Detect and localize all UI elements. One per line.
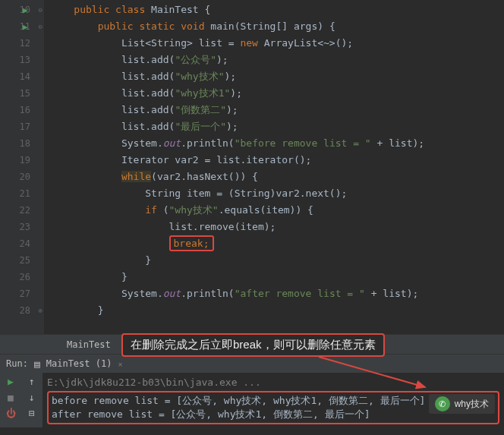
gutter-line[interactable]: 24 bbox=[0, 235, 44, 252]
code-line: } bbox=[50, 302, 504, 319]
gutter-line[interactable]: 27 bbox=[0, 285, 44, 302]
code-line: List<String> list = new ArrayList<~>(); bbox=[50, 35, 504, 52]
code-line: list.add("why技术"); bbox=[50, 68, 504, 85]
layout-icon[interactable]: ⊟ bbox=[29, 408, 35, 419]
close-icon[interactable]: ✕ bbox=[118, 360, 122, 368]
gutter-line[interactable]: 26 bbox=[0, 269, 44, 285]
run-label: Run: bbox=[6, 358, 28, 369]
code-line: list.add("why技术1"); bbox=[50, 85, 504, 102]
gutter-line[interactable]: 18 bbox=[0, 135, 44, 152]
stop-icon[interactable]: ■ bbox=[8, 392, 14, 403]
exit-icon[interactable]: ⏻ bbox=[6, 408, 16, 419]
code-line: list.add("公众号"); bbox=[50, 52, 504, 68]
code-editor: 10▶⊖11▶⊖12131415161718192021222324252627… bbox=[0, 0, 504, 334]
fold-icon[interactable]: ⊖ bbox=[39, 6, 43, 14]
gutter-line[interactable]: 14 bbox=[0, 68, 44, 85]
run-panel: Run: ▤ MainTest (1) ✕ ▶ ■ ⏻ ↑ ↓ ⊟ E:\jdk… bbox=[0, 354, 504, 427]
tab-maintest[interactable]: MainTest bbox=[59, 336, 118, 353]
gutter-line[interactable]: 13 bbox=[0, 52, 44, 68]
fold-icon[interactable]: ⊕ bbox=[39, 307, 43, 314]
gutter-line[interactable]: 28⊕ bbox=[0, 302, 44, 319]
code-line: list.add("最后一个"); bbox=[50, 118, 504, 135]
gutter-line[interactable]: 23 bbox=[0, 219, 44, 235]
editor-tabs: MainTest 在删除完成之后立即break，则可以删除任意元素 bbox=[0, 334, 504, 354]
code-line: break; bbox=[50, 235, 504, 252]
gutter-line[interactable]: 10▶⊖ bbox=[0, 2, 44, 18]
gutter: 10▶⊖11▶⊖12131415161718192021222324252627… bbox=[0, 0, 44, 334]
code-area[interactable]: public class MainTest { public static vo… bbox=[44, 0, 504, 334]
run-config-name[interactable]: MainTest (1) bbox=[46, 358, 112, 369]
wechat-icon: ✆ bbox=[435, 396, 450, 411]
code-line: System.out.println("before remove list =… bbox=[50, 135, 504, 152]
gutter-line[interactable]: 17 bbox=[0, 118, 44, 135]
code-line: public static void main(String[] args) { bbox=[50, 18, 504, 35]
fold-icon[interactable]: ⊖ bbox=[39, 23, 43, 30]
run-icon[interactable]: ▶ bbox=[8, 376, 14, 387]
code-line: list.add("倒数第二"); bbox=[50, 102, 504, 118]
gutter-run-icon[interactable]: ▶ bbox=[23, 22, 28, 32]
gutter-line[interactable]: 21 bbox=[0, 185, 44, 202]
gutter-line[interactable]: 12 bbox=[0, 35, 44, 52]
watermark: ✆ why技术 bbox=[429, 394, 495, 414]
code-line: } bbox=[50, 269, 504, 285]
code-line: while(var2.hasNext()) { bbox=[50, 169, 504, 185]
run-config-icon[interactable]: ▤ bbox=[34, 358, 40, 370]
gutter-line[interactable]: 19 bbox=[0, 152, 44, 169]
code-line: list.remove(item); bbox=[50, 219, 504, 235]
gutter-line[interactable]: 11▶⊖ bbox=[0, 18, 44, 35]
gutter-line[interactable]: 22 bbox=[0, 202, 44, 219]
code-line: System.out.println("after remove list = … bbox=[50, 285, 504, 302]
gutter-line[interactable]: 20 bbox=[0, 169, 44, 185]
code-line: if ("why技术".equals(item)) { bbox=[50, 202, 504, 219]
code-line: } bbox=[50, 252, 504, 269]
watermark-text: why技术 bbox=[455, 398, 489, 411]
code-line: Iterator var2 = list.iterator(); bbox=[50, 152, 504, 169]
code-line: String item = (String)var2.next(); bbox=[50, 185, 504, 202]
up-icon[interactable]: ↑ bbox=[29, 376, 35, 387]
code-line: public class MainTest { bbox=[50, 2, 504, 18]
annotation-callout: 在删除完成之后立即break，则可以删除任意元素 bbox=[121, 333, 385, 357]
console-command: E:\jdk\jdk8u212-b03\bin\java.exe ... bbox=[47, 376, 499, 389]
down-icon[interactable]: ↓ bbox=[29, 392, 35, 403]
gutter-line[interactable]: 25 bbox=[0, 252, 44, 269]
gutter-run-icon[interactable]: ▶ bbox=[23, 5, 28, 15]
run-toolbar-left: ▶ ■ ⏻ bbox=[0, 373, 21, 427]
gutter-line[interactable]: 15 bbox=[0, 85, 44, 102]
gutter-line[interactable]: 16 bbox=[0, 102, 44, 118]
break-highlight: break; bbox=[169, 235, 214, 251]
run-header: Run: ▤ MainTest (1) ✕ bbox=[0, 355, 504, 373]
run-toolbar-left2: ↑ ↓ ⊟ bbox=[21, 373, 43, 427]
